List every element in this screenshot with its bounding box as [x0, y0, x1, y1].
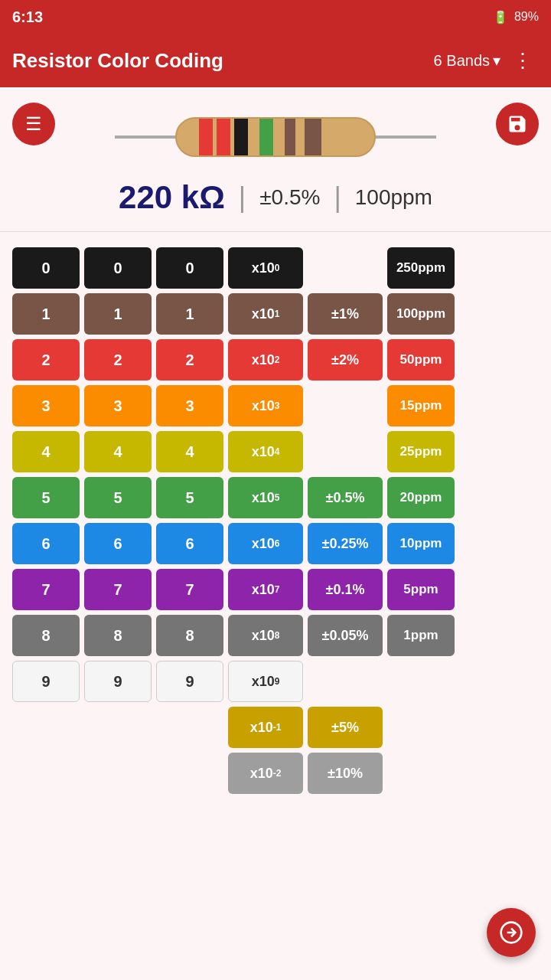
digit3-grey[interactable]: 8	[156, 615, 223, 656]
tol-gold[interactable]: ±5%	[308, 707, 383, 748]
row-black: 0 0 0 x100 250ppm	[12, 247, 539, 289]
ppm-green[interactable]: 20ppm	[387, 477, 455, 518]
value-display: 220 kΩ | ±0.5% | 100ppm	[119, 179, 432, 216]
svg-rect-7	[285, 118, 295, 156]
row-white: 9 9 9 x109	[12, 661, 539, 702]
bands-label: 6 Bands	[434, 52, 490, 70]
ppm-blue[interactable]: 10ppm	[387, 523, 455, 564]
status-icons: 🔋 89%	[493, 10, 539, 24]
row-yellow: 4 4 4 x104 25ppm	[12, 431, 539, 472]
app-bar-right: 6 Bands ▾ ⋮	[434, 43, 539, 79]
row-green: 5 5 5 x105 ±0.5% 20ppm	[12, 477, 539, 518]
mult-violet[interactable]: x107	[228, 569, 303, 610]
digit3-blue[interactable]: 6	[156, 523, 223, 564]
digit1-brown[interactable]: 1	[12, 293, 80, 335]
status-time: 6:13	[12, 8, 43, 26]
digit1-violet[interactable]: 7	[12, 569, 80, 610]
row-orange: 3 3 3 x103 15ppm	[12, 385, 539, 426]
tol-violet[interactable]: ±0.1%	[308, 569, 383, 610]
digit3-violet[interactable]: 7	[156, 569, 223, 610]
mult-red[interactable]: x102	[228, 339, 303, 381]
row-violet: 7 7 7 x107 ±0.1% 5ppm	[12, 569, 539, 610]
digit2-violet[interactable]: 7	[84, 569, 152, 610]
overflow-menu-button[interactable]: ⋮	[507, 43, 539, 79]
digit3-white[interactable]: 9	[156, 661, 223, 702]
ppm-red[interactable]: 50ppm	[387, 339, 455, 381]
separator	[0, 231, 551, 232]
digit1-white[interactable]: 9	[12, 661, 80, 702]
ppm-orange[interactable]: 15ppm	[387, 385, 455, 426]
resistor-graphic	[115, 103, 436, 172]
row-grey: 8 8 8 x108 ±0.05% 1ppm	[12, 615, 539, 656]
resistor-area: ☰ 220 kΩ | ±0.5% | 100ppm	[0, 87, 551, 224]
fab-calculate-button[interactable]	[487, 908, 536, 957]
digit2-green[interactable]: 5	[84, 477, 152, 518]
digit2-yellow[interactable]: 4	[84, 431, 152, 472]
tol-brown[interactable]: ±1%	[308, 293, 383, 335]
digit3-black[interactable]: 0	[156, 247, 223, 289]
mult-blue[interactable]: x106	[228, 523, 303, 564]
mult-white[interactable]: x109	[228, 661, 303, 702]
ppm-brown[interactable]: 100ppm	[387, 293, 455, 335]
chevron-down-icon: ▾	[493, 51, 500, 70]
mult-brown[interactable]: x101	[228, 293, 303, 335]
ppm-black[interactable]: 250ppm	[387, 247, 455, 289]
digit1-grey[interactable]: 8	[12, 615, 80, 656]
digit1-orange[interactable]: 3	[12, 385, 80, 426]
save-button[interactable]	[496, 103, 539, 145]
ppm-value: 100ppm	[355, 185, 432, 210]
digit1-black[interactable]: 0	[12, 247, 80, 289]
digit1-yellow[interactable]: 4	[12, 431, 80, 472]
digit3-orange[interactable]: 3	[156, 385, 223, 426]
digit2-brown[interactable]: 1	[84, 293, 152, 335]
battery-icon: 🔋	[493, 10, 508, 24]
row-brown: 1 1 1 x101 ±1% 100ppm	[12, 293, 539, 335]
digit2-white[interactable]: 9	[84, 661, 152, 702]
mult-green[interactable]: x105	[228, 477, 303, 518]
row-red: 2 2 2 x102 ±2% 50ppm	[12, 339, 539, 381]
tol-silver[interactable]: ±10%	[308, 753, 383, 794]
ppm-violet[interactable]: 5ppm	[387, 569, 455, 610]
row-silver: x10-2 ±10%	[12, 753, 539, 794]
digit1-red[interactable]: 2	[12, 339, 80, 381]
row-gold: x10-1 ±5%	[12, 707, 539, 748]
hamburger-button[interactable]: ☰	[12, 103, 55, 145]
svg-rect-3	[199, 118, 213, 156]
tol-green[interactable]: ±0.5%	[308, 477, 383, 518]
mult-silver[interactable]: x10-2	[228, 753, 303, 794]
bands-selector[interactable]: 6 Bands ▾	[434, 51, 500, 70]
app-bar: Resistor Color Coding 6 Bands ▾ ⋮	[0, 34, 551, 87]
ppm-yellow[interactable]: 25ppm	[387, 431, 455, 472]
mult-gold[interactable]: x10-1	[228, 707, 303, 748]
tol-red[interactable]: ±2%	[308, 339, 383, 381]
tol-grey[interactable]: ±0.05%	[308, 615, 383, 656]
mult-yellow[interactable]: x104	[228, 431, 303, 472]
mult-orange[interactable]: x103	[228, 385, 303, 426]
digit1-blue[interactable]: 6	[12, 523, 80, 564]
svg-rect-4	[217, 118, 230, 156]
svg-rect-6	[259, 118, 273, 156]
svg-rect-5	[234, 118, 248, 156]
digit3-red[interactable]: 2	[156, 339, 223, 381]
digit2-black[interactable]: 0	[84, 247, 152, 289]
digit2-red[interactable]: 2	[84, 339, 152, 381]
mult-grey[interactable]: x108	[228, 615, 303, 656]
digit3-brown[interactable]: 1	[156, 293, 223, 335]
svg-rect-8	[305, 118, 321, 156]
row-blue: 6 6 6 x106 ±0.25% 10ppm	[12, 523, 539, 564]
color-grid: 0 0 0 x100 250ppm 1 1 1 x101 ±1% 100ppm …	[0, 240, 551, 802]
digit3-green[interactable]: 5	[156, 477, 223, 518]
status-bar: 6:13 🔋 89%	[0, 0, 551, 34]
ppm-grey[interactable]: 1ppm	[387, 615, 455, 656]
digit1-green[interactable]: 5	[12, 477, 80, 518]
mult-black[interactable]: x100	[228, 247, 303, 289]
digit2-blue[interactable]: 6	[84, 523, 152, 564]
digit2-grey[interactable]: 8	[84, 615, 152, 656]
resistance-value: 220 kΩ	[119, 179, 225, 216]
digit3-yellow[interactable]: 4	[156, 431, 223, 472]
tol-blue[interactable]: ±0.25%	[308, 523, 383, 564]
tolerance-value: ±0.5%	[259, 185, 320, 210]
app-title: Resistor Color Coding	[12, 49, 434, 73]
digit2-orange[interactable]: 3	[84, 385, 152, 426]
battery-level: 89%	[514, 10, 539, 24]
